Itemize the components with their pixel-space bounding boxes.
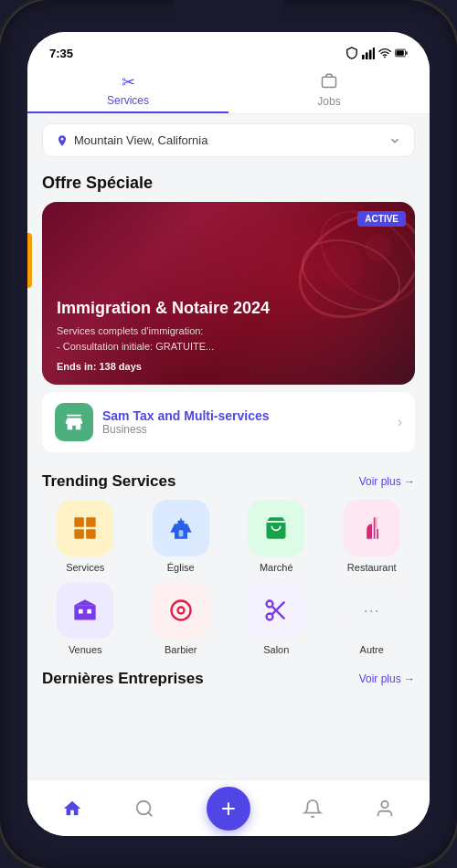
svg-rect-21 xyxy=(79,609,83,614)
category-salon[interactable]: Salon xyxy=(233,582,320,655)
trending-voir-plus[interactable]: Voir plus → xyxy=(359,475,415,488)
status-icons xyxy=(345,47,408,59)
autre-icon-box: ··· xyxy=(344,582,400,639)
business-card[interactable]: Sam Tax and Multi-services Business › xyxy=(42,392,415,452)
trending-section-header: Trending Services Voir plus → xyxy=(27,467,430,500)
svg-point-31 xyxy=(381,800,388,807)
marche-icon-box xyxy=(248,500,304,556)
svg-point-27 xyxy=(267,614,273,620)
signal-icon xyxy=(362,47,375,59)
restaurant-icon-box xyxy=(344,500,400,556)
offer-title: Immigration & Notaire 2024 xyxy=(57,299,400,318)
restaurant-label: Restaurant xyxy=(347,562,397,573)
nav-search[interactable] xyxy=(134,799,154,819)
dots-icon: ··· xyxy=(364,601,380,620)
offer-card[interactable]: ACTIVE Immigration & Notaire 2024 Servic… xyxy=(42,202,415,385)
svg-rect-3 xyxy=(373,48,375,59)
side-stripe-decoration xyxy=(27,233,32,288)
svg-rect-20 xyxy=(75,605,96,619)
search-icon xyxy=(134,799,154,819)
svg-point-4 xyxy=(384,57,386,58)
category-services[interactable]: Services xyxy=(42,500,129,573)
content-area: Mountain View, California Offre Spéciale xyxy=(27,114,430,836)
svg-rect-0 xyxy=(362,55,365,59)
battery-icon xyxy=(395,47,408,59)
category-eglise[interactable]: Église xyxy=(138,500,225,573)
offer-section-title: Offre Spéciale xyxy=(27,166,430,202)
bottom-nav: + xyxy=(27,779,430,836)
nav-profile[interactable] xyxy=(375,799,395,819)
category-venues[interactable]: Venues xyxy=(42,582,129,655)
tab-jobs[interactable]: Jobs xyxy=(228,65,430,113)
shield-icon xyxy=(345,47,358,59)
autre-label: Autre xyxy=(360,644,384,655)
svg-point-12 xyxy=(319,243,365,289)
jobs-tab-icon xyxy=(321,72,337,93)
tab-services[interactable]: ✂ Services xyxy=(27,65,228,113)
services-icon-box xyxy=(57,500,113,556)
tab-bar: ✂ Services Jobs xyxy=(27,65,430,114)
svg-rect-2 xyxy=(369,50,372,60)
phone-frame: 7:35 xyxy=(0,0,457,868)
chevron-down-icon xyxy=(388,134,401,147)
offer-description: Services complets d'immigration:- Consul… xyxy=(57,323,400,354)
category-autre[interactable]: ··· Autre xyxy=(329,582,416,655)
svg-rect-6 xyxy=(406,51,407,55)
business-arrow-icon: › xyxy=(398,414,402,430)
eglise-label: Église xyxy=(167,562,195,573)
phone-screen: 7:35 xyxy=(27,32,430,836)
salon-icon-box xyxy=(248,582,304,639)
services-label: Services xyxy=(66,562,104,573)
status-time: 7:35 xyxy=(49,47,73,60)
svg-rect-17 xyxy=(86,529,96,539)
location-bar[interactable]: Mountain View, California xyxy=(42,123,415,157)
plus-icon: + xyxy=(221,796,236,821)
status-bar: 7:35 xyxy=(27,32,430,65)
svg-rect-22 xyxy=(88,609,92,614)
services-tab-label: Services xyxy=(107,94,149,107)
svg-rect-18 xyxy=(178,530,183,536)
person-icon xyxy=(375,799,395,819)
services-tab-icon: ✂ xyxy=(122,72,135,92)
nav-notifications[interactable] xyxy=(303,799,323,819)
scissors-icon xyxy=(263,598,289,623)
venues-icon-box xyxy=(57,582,113,639)
offer-content: Immigration & Notaire 2024 Services comp… xyxy=(42,286,415,385)
offer-ends: Ends in: 138 days xyxy=(57,361,400,372)
svg-rect-7 xyxy=(396,50,403,56)
category-grid: Services Église xyxy=(27,500,430,664)
svg-point-25 xyxy=(178,609,183,613)
restaurant-icon xyxy=(359,515,385,541)
svg-point-26 xyxy=(267,601,273,608)
venues-label: Venues xyxy=(69,644,102,655)
business-icon-box xyxy=(55,403,93,441)
dernieres-section-header: Dernières Entreprises Voir plus → xyxy=(27,664,430,697)
category-barbier[interactable]: Barbier xyxy=(138,582,225,655)
category-marche[interactable]: Marché xyxy=(233,500,320,573)
location-left: Mountain View, California xyxy=(56,133,207,147)
church-icon xyxy=(168,515,194,541)
marche-label: Marché xyxy=(260,562,293,573)
nav-add-button[interactable]: + xyxy=(207,787,250,831)
dernieres-title: Dernières Entreprises xyxy=(42,670,204,688)
svg-rect-14 xyxy=(75,517,85,527)
wifi-icon xyxy=(378,47,391,59)
venue-icon xyxy=(72,598,98,623)
barber-icon xyxy=(168,598,194,623)
nav-home[interactable] xyxy=(62,799,82,819)
category-restaurant[interactable]: Restaurant xyxy=(329,500,416,573)
barbier-icon-box xyxy=(153,582,209,639)
jobs-tab-label: Jobs xyxy=(317,95,340,108)
notch xyxy=(174,0,283,26)
dernieres-voir-plus[interactable]: Voir plus → xyxy=(359,672,415,685)
offer-active-badge: ACTIVE xyxy=(357,211,406,227)
services-category-icon xyxy=(72,515,98,541)
cart-icon xyxy=(263,515,289,541)
location-text: Mountain View, California xyxy=(74,133,207,147)
business-type: Business xyxy=(102,423,388,436)
svg-rect-15 xyxy=(86,517,96,527)
svg-rect-8 xyxy=(323,77,336,87)
home-icon xyxy=(62,799,82,819)
svg-point-13 xyxy=(365,234,392,261)
business-name: Sam Tax and Multi-services xyxy=(102,408,388,423)
